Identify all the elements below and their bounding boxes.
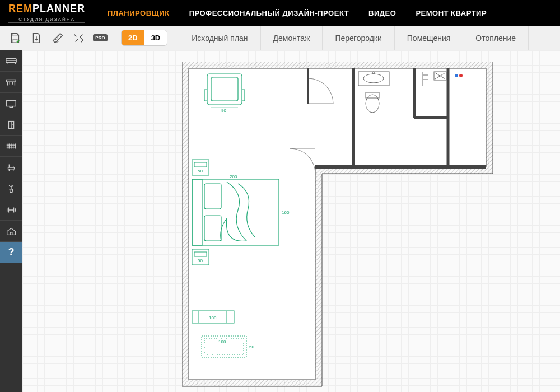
sofa-icon — [5, 56, 17, 66]
house-icon — [5, 226, 17, 236]
sidebar-tv[interactable] — [0, 93, 22, 114]
tab-heating[interactable]: Отопление — [463, 26, 529, 50]
tools-icon — [73, 32, 85, 44]
svg-rect-3 — [7, 100, 16, 106]
sidebar-table[interactable] — [0, 72, 22, 93]
dim-nightstand-2: 50 — [198, 258, 203, 263]
document-arrow-icon — [30, 32, 43, 44]
save-icon — [9, 32, 21, 44]
monitor-icon — [5, 99, 17, 109]
pro-badge-icon: PRO — [93, 34, 107, 41]
main-nav: ПЛАНИРОВЩИК ПРОФЕССИОНАЛЬНЫЙ ДИЗАЙН-ПРОЕ… — [108, 9, 487, 17]
view-2d-button[interactable]: 2D — [122, 30, 144, 45]
ruler-icon: m² — [52, 32, 64, 44]
object-sidebar: ? — [0, 50, 22, 392]
nav-design-project[interactable]: ПРОФЕССИОНАЛЬНЫЙ ДИЗАЙН-ПРОЕКТ — [189, 9, 349, 17]
chair-icon — [5, 162, 17, 172]
nav-video[interactable]: ВИДЕО — [368, 9, 396, 17]
dim-chair: 90 — [221, 108, 226, 113]
dim-rug-h: 50 — [249, 344, 254, 349]
dim-bed-h: 160 — [282, 210, 290, 215]
tab-source-plan[interactable]: Исходный план — [179, 26, 260, 50]
svg-rect-2 — [7, 80, 16, 82]
view-3d-button[interactable]: 3D — [144, 30, 167, 45]
sidebar-chair[interactable] — [0, 157, 22, 178]
sidebar-house[interactable] — [0, 221, 22, 242]
logo[interactable]: REMPLANNER СТУДИЯ ДИЗАЙНА — [8, 3, 85, 23]
nav-planner[interactable]: ПЛАНИРОВЩИК — [108, 9, 170, 17]
sidebar-help[interactable]: ? — [0, 242, 22, 263]
canvas-area[interactable]: 90 50 200 160 50 — [22, 50, 560, 392]
sidebar-plant[interactable] — [0, 178, 22, 199]
measure-button[interactable]: m² — [48, 29, 67, 48]
tools-button[interactable] — [69, 29, 88, 48]
main-header: REMPLANNER СТУДИЯ ДИЗАЙНА ПЛАНИРОВЩИК ПР… — [0, 0, 560, 26]
svg-point-19 — [459, 74, 463, 77]
svg-text:m²: m² — [55, 40, 59, 44]
dim-bed-w: 200 — [230, 174, 237, 179]
dumbbell-icon — [5, 205, 17, 215]
pro-button[interactable]: PRO — [91, 29, 110, 48]
sidebar-gym[interactable] — [0, 199, 22, 221]
export-button[interactable] — [27, 29, 46, 48]
tab-rooms[interactable]: Помещения — [395, 26, 464, 50]
floorplan[interactable]: 90 50 200 160 50 — [182, 62, 496, 392]
table-icon — [5, 77, 17, 87]
dim-shelf-w: 100 — [209, 315, 217, 320]
plant-icon — [5, 184, 17, 194]
sidebar-radiator[interactable] — [0, 136, 22, 157]
dim-nightstand-1: 50 — [198, 169, 203, 174]
sidebar-door[interactable] — [0, 114, 22, 136]
dim-rug-w: 100 — [218, 339, 226, 344]
radiator-icon — [5, 141, 17, 151]
tab-demolition[interactable]: Демонтаж — [261, 26, 323, 50]
nav-renovation[interactable]: РЕМОНТ КВАРТИР — [416, 9, 487, 17]
toolbar: m² PRO 2D 3D Исходный план Демонтаж Пере… — [0, 26, 560, 50]
svg-point-18 — [455, 74, 458, 77]
door-icon — [5, 120, 17, 130]
view-toggle: 2D 3D — [121, 30, 167, 46]
plan-tabs: Исходный план Демонтаж Перегородки Помещ… — [179, 26, 529, 50]
save-button[interactable] — [6, 29, 25, 48]
sidebar-sofa[interactable] — [0, 50, 22, 72]
tab-partitions[interactable]: Перегородки — [323, 26, 394, 50]
